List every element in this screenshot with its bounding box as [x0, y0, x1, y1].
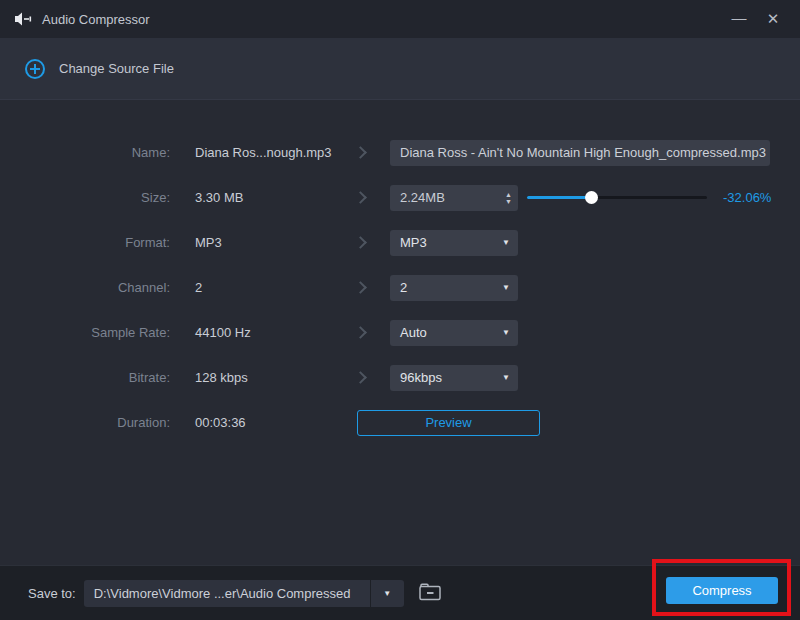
save-path-value: D:\Vidmore\Vidmore ...er\Audio Compresse…	[84, 586, 351, 601]
format-dropdown[interactable]: MP3 ▼	[390, 230, 518, 256]
spinner-arrows[interactable]: ▲ ▼	[505, 191, 512, 205]
chevron-right-icon	[330, 238, 390, 247]
channel-label: Channel:	[0, 280, 170, 295]
chevron-right-icon	[330, 148, 390, 157]
change-source-bar[interactable]: Change Source File	[0, 38, 800, 100]
size-slider[interactable]	[527, 175, 707, 220]
save-path-dropdown[interactable]: D:\Vidmore\Vidmore ...er\Audio Compresse…	[84, 580, 404, 607]
bitrate-row: Bitrate: 128 kbps 96kbps ▼	[0, 355, 800, 400]
size-row: Size: 3.30 MB 2.24MB ▲ ▼ -32.06%	[0, 175, 800, 220]
titlebar: Audio Compressor — ✕	[0, 0, 800, 38]
chevron-right-icon	[330, 283, 390, 292]
minimize-button[interactable]: —	[722, 0, 756, 38]
chevron-right-icon	[330, 373, 390, 382]
caret-down-icon: ▼	[502, 238, 510, 247]
size-reduction-percent: -32.06%	[723, 190, 771, 205]
window-controls: — ✕	[722, 0, 790, 38]
sample-rate-original-value: 44100 Hz	[195, 325, 330, 340]
settings-panel: Name: Diana Ros...nough.mp3 Diana Ross -…	[0, 101, 800, 565]
speaker-icon	[14, 11, 32, 27]
channel-selected-value: 2	[400, 280, 407, 295]
target-size-spinner[interactable]: 2.24MB ▲ ▼	[390, 185, 518, 211]
channel-row: Channel: 2 2 ▼	[0, 265, 800, 310]
plus-circle-icon	[25, 59, 45, 79]
name-label: Name:	[0, 145, 170, 160]
sample-rate-selected-value: Auto	[400, 325, 427, 340]
bitrate-label: Bitrate:	[0, 370, 170, 385]
change-source-label: Change Source File	[59, 61, 174, 76]
sample-rate-row: Sample Rate: 44100 Hz Auto ▼	[0, 310, 800, 355]
channel-dropdown[interactable]: 2 ▼	[390, 275, 518, 301]
bitrate-selected-value: 96kbps	[400, 370, 442, 385]
output-name-field[interactable]: Diana Ross - Ain't No Mountain High Enou…	[390, 140, 770, 166]
format-row: Format: MP3 MP3 ▼	[0, 220, 800, 265]
format-label: Format:	[0, 235, 170, 250]
name-row: Name: Diana Ros...nough.mp3 Diana Ross -…	[0, 130, 800, 175]
caret-down-icon: ▼	[502, 283, 510, 292]
save-to-label: Save to:	[28, 586, 76, 601]
compress-button[interactable]: Compress	[666, 577, 778, 604]
duration-row: Duration: 00:03:36 Preview	[0, 400, 800, 445]
output-name-text: Diana Ross - Ain't No Mountain High Enou…	[400, 145, 766, 160]
sample-rate-label: Sample Rate:	[0, 325, 170, 340]
bitrate-original-value: 128 kbps	[195, 370, 330, 385]
size-label: Size:	[0, 190, 170, 205]
duration-value: 00:03:36	[195, 415, 330, 430]
caret-down-icon: ▼	[502, 328, 510, 337]
duration-label: Duration:	[0, 415, 170, 430]
save-path-caret[interactable]: ▼	[370, 580, 404, 607]
folder-icon	[418, 582, 442, 605]
format-original-value: MP3	[195, 235, 330, 250]
open-folder-button[interactable]	[415, 581, 445, 605]
caret-down-icon: ▼	[383, 589, 391, 598]
format-selected-value: MP3	[400, 235, 427, 250]
window-title: Audio Compressor	[42, 12, 150, 27]
sample-rate-dropdown[interactable]: Auto ▼	[390, 320, 518, 346]
chevron-right-icon	[330, 328, 390, 337]
size-slider-fill	[527, 196, 592, 199]
preview-button[interactable]: Preview	[357, 410, 540, 436]
caret-down-icon: ▼	[502, 373, 510, 382]
audio-compressor-window: Audio Compressor — ✕ Change Source File …	[0, 0, 800, 620]
target-size-value: 2.24MB	[400, 190, 445, 205]
minimize-icon: —	[732, 9, 747, 26]
size-slider-thumb[interactable]	[585, 191, 598, 204]
name-original-value: Diana Ros...nough.mp3	[195, 145, 330, 160]
channel-original-value: 2	[195, 280, 330, 295]
chevron-right-icon	[330, 193, 390, 202]
close-button[interactable]: ✕	[756, 0, 790, 38]
close-icon: ✕	[767, 10, 780, 28]
bitrate-dropdown[interactable]: 96kbps ▼	[390, 365, 518, 391]
spin-up-icon[interactable]: ▲	[505, 191, 512, 198]
size-original-value: 3.30 MB	[195, 190, 330, 205]
spin-down-icon[interactable]: ▼	[505, 198, 512, 205]
